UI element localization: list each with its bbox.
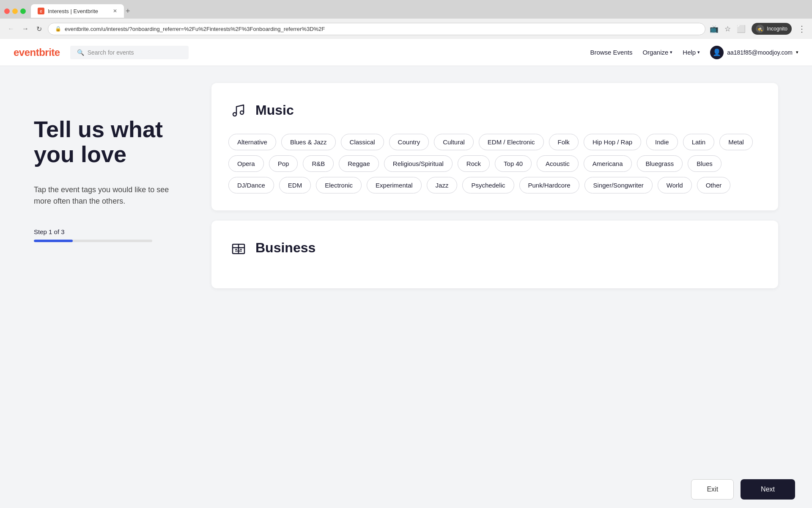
back-button[interactable]: ← (6, 23, 16, 34)
music-tag[interactable]: Opera (228, 155, 264, 172)
music-category-header: Music (228, 100, 761, 120)
organize-label: Organize (642, 49, 668, 56)
music-tag[interactable]: Pop (269, 155, 298, 172)
music-tag[interactable]: Folk (549, 134, 579, 150)
browser-toolbar-icons: 📺 ☆ ⬜ 🕵 Incognito ⋮ (710, 23, 806, 35)
incognito-badge: 🕵 Incognito (752, 23, 792, 35)
reload-button[interactable]: ↻ (35, 23, 44, 35)
tab-bar: e Interests | Eventbrite ✕ + (0, 0, 812, 19)
right-panel: Music AlternativeBlues & JazzClassicalCo… (195, 66, 812, 508)
music-tag[interactable]: Singer/Songwriter (584, 177, 653, 193)
user-chevron-icon: ▾ (796, 50, 798, 55)
music-tags-container: AlternativeBlues & JazzClassicalCountryC… (228, 134, 761, 193)
music-tag[interactable]: Blues & Jazz (281, 134, 336, 150)
music-tag[interactable]: EDM / Electronic (479, 134, 544, 150)
music-tag[interactable]: Indie (646, 134, 678, 150)
business-category-header: Business (228, 237, 761, 258)
organize-chevron-icon: ▾ (670, 50, 672, 55)
business-category-card: Business (211, 221, 778, 288)
user-avatar-icon: 👤 (710, 46, 724, 59)
music-tag[interactable]: Americana (584, 155, 632, 172)
main-nav: Browse Events Organize ▾ Help ▾ 👤 aa181f… (590, 46, 798, 59)
music-tag[interactable]: Jazz (427, 177, 458, 193)
music-tag[interactable]: R&B (303, 155, 334, 172)
active-tab[interactable]: e Interests | Eventbrite ✕ (31, 4, 124, 18)
music-tag[interactable]: Blues (688, 155, 721, 172)
help-link[interactable]: Help ▾ (683, 49, 700, 56)
help-label: Help (683, 49, 696, 56)
bookmark-star-icon[interactable]: ☆ (724, 25, 731, 33)
progress-bar (34, 240, 152, 242)
page-description: Tap the event tags you would like to see… (34, 184, 169, 207)
browse-events-link[interactable]: Browse Events (590, 49, 632, 56)
incognito-label: Incognito (767, 26, 787, 32)
organize-link[interactable]: Organize ▾ (642, 49, 672, 56)
svg-point-1 (240, 111, 244, 114)
incognito-icon: 🕵 (756, 25, 764, 33)
forward-button[interactable]: → (20, 23, 30, 34)
url-text: eventbrite.com/u/interests/?onboarding_r… (65, 26, 698, 32)
extensions-icon[interactable]: ⬜ (737, 25, 746, 33)
music-tag[interactable]: Rock (458, 155, 490, 172)
new-tab-button[interactable]: + (126, 7, 130, 16)
search-input[interactable]: Search for events (88, 49, 134, 56)
music-tag[interactable]: Metal (719, 134, 753, 150)
exit-button[interactable]: Exit (691, 479, 734, 500)
page-title: Tell us what you love (34, 117, 169, 167)
music-tag[interactable]: Reggae (339, 155, 379, 172)
help-chevron-icon: ▾ (697, 50, 700, 55)
business-title: Business (255, 240, 315, 256)
more-options-icon[interactable]: ⋮ (798, 24, 806, 34)
window-controls (4, 8, 26, 14)
main-content: Tell us what you love Tap the event tags… (0, 66, 812, 508)
music-tag[interactable]: Country (389, 134, 429, 150)
cast-icon[interactable]: 📺 (710, 25, 719, 33)
logo-text: eventbrite (14, 47, 60, 58)
music-tag[interactable]: Electronic (316, 177, 362, 193)
next-button[interactable]: Next (741, 479, 795, 500)
address-bar: ← → ↻ 🔒 eventbrite.com/u/interests/?onbo… (0, 19, 812, 39)
music-tag[interactable]: Acoustic (537, 155, 579, 172)
tab-close-button[interactable]: ✕ (113, 8, 117, 14)
browser-chrome: e Interests | Eventbrite ✕ + ← → ↻ 🔒 eve… (0, 0, 812, 39)
music-tag[interactable]: Religious/Spiritual (384, 155, 453, 172)
music-tag[interactable]: Punk/Hardcore (519, 177, 579, 193)
music-category-card: Music AlternativeBlues & JazzClassicalCo… (211, 83, 778, 210)
music-tag[interactable]: Alternative (228, 134, 276, 150)
music-icon (228, 100, 249, 120)
url-bar[interactable]: 🔒 eventbrite.com/u/interests/?onboarding… (48, 23, 705, 35)
music-tag[interactable]: EDM (279, 177, 311, 193)
step-indicator: Step 1 of 3 (34, 228, 169, 242)
user-menu[interactable]: 👤 aa181f85@moodjoy.com ▾ (710, 46, 798, 59)
minimize-window-button[interactable] (12, 8, 18, 14)
close-window-button[interactable] (4, 8, 10, 14)
music-tag[interactable]: Hip Hop / Rap (584, 134, 641, 150)
search-bar[interactable]: 🔍 Search for events (70, 46, 189, 59)
music-title: Music (255, 102, 294, 118)
progress-bar-fill (34, 240, 73, 242)
music-tag[interactable]: Experimental (367, 177, 422, 193)
bottom-action-bar: Exit Next (674, 471, 812, 508)
music-tag[interactable]: Classical (341, 134, 384, 150)
music-tag[interactable]: World (658, 177, 692, 193)
lock-icon: 🔒 (55, 26, 61, 32)
tab-favicon: e (38, 8, 44, 14)
music-tag[interactable]: Psychedelic (462, 177, 514, 193)
svg-point-0 (233, 113, 236, 116)
maximize-window-button[interactable] (20, 8, 26, 14)
user-email: aa181f85@moodjoy.com (727, 49, 793, 56)
music-tag[interactable]: Latin (683, 134, 715, 150)
search-icon: 🔍 (77, 49, 84, 56)
left-panel: Tell us what you love Tap the event tags… (0, 66, 195, 508)
music-tag[interactable]: DJ/Dance (228, 177, 274, 193)
eventbrite-logo[interactable]: eventbrite (14, 47, 60, 58)
music-tag[interactable]: Bluegrass (637, 155, 683, 172)
tab-title: Interests | Eventbrite (48, 8, 98, 14)
step-label: Step 1 of 3 (34, 228, 169, 235)
browse-events-label: Browse Events (590, 49, 632, 56)
business-icon (228, 237, 249, 258)
music-tag[interactable]: Cultural (434, 134, 474, 150)
music-tag[interactable]: Other (697, 177, 731, 193)
app-header: eventbrite 🔍 Search for events Browse Ev… (0, 39, 812, 66)
music-tag[interactable]: Top 40 (495, 155, 532, 172)
